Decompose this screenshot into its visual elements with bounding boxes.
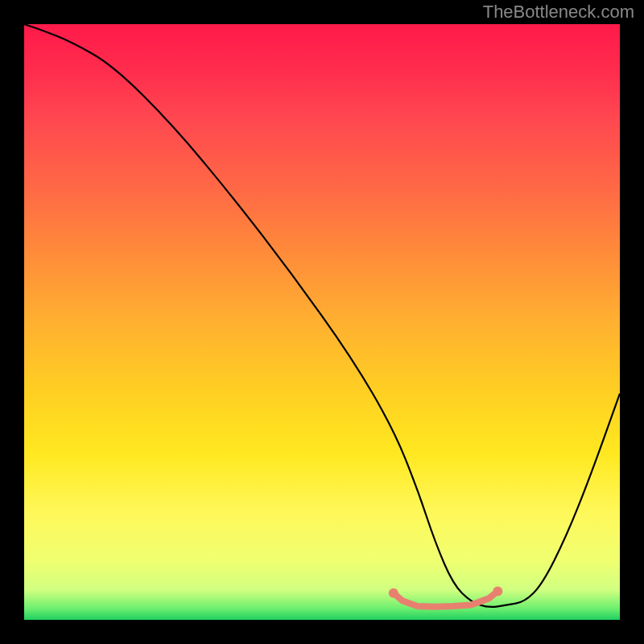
chart-svg [24, 24, 620, 620]
bottleneck-curve-path [24, 24, 620, 607]
highlight-marker-dot [493, 586, 502, 596]
highlight-marker-dot [389, 588, 398, 598]
chart-plot-area [24, 24, 620, 620]
highlight-markers [389, 586, 503, 606]
highlight-connector [394, 591, 498, 606]
attribution-text: TheBottleneck.com [483, 2, 634, 23]
